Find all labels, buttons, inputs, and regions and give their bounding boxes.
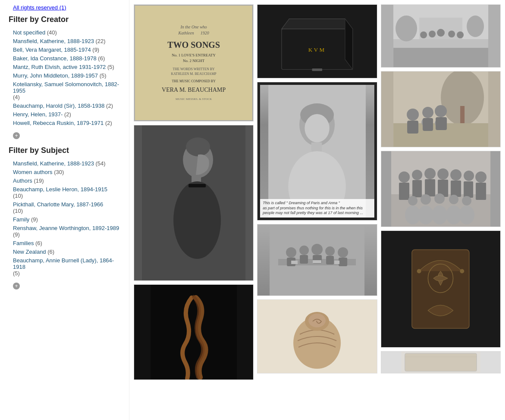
svg-point-21 xyxy=(286,247,296,258)
subject-item-5[interactable]: Renshaw, Jeanne Worthington, 1892-1989 (… xyxy=(9,225,120,238)
image-item-ornament[interactable] xyxy=(381,230,501,348)
subject-item-6[interactable]: Families (6) xyxy=(9,240,120,246)
image-item-group-outdoor-2[interactable] xyxy=(381,71,501,147)
creator-item-7[interactable]: Beauchamp, Harold (Sir), 1858-1938 (2) xyxy=(9,103,120,109)
all-rights-count: (1) xyxy=(60,4,66,11)
subject-count-8: (5) xyxy=(13,270,20,277)
svg-point-65 xyxy=(424,168,436,179)
svg-point-86 xyxy=(459,205,474,224)
svg-rect-75 xyxy=(464,181,473,198)
creator-count-3: (6) xyxy=(98,55,105,62)
image-grid: In the One whoKathleen 1920 TWO SONGS No… xyxy=(132,2,503,382)
svg-marker-9 xyxy=(282,19,353,29)
svg-rect-31 xyxy=(291,261,298,264)
creator-link-9[interactable]: Howell, Rebecca Ruskin, 1879-1971 xyxy=(13,120,104,126)
subject-item-2[interactable]: Authors (19) xyxy=(9,177,120,184)
svg-point-81 xyxy=(462,196,471,205)
subject-item-1[interactable]: Women authors (30) xyxy=(9,169,120,175)
creator-item-9[interactable]: Howell, Rebecca Ruskin, 1879-1971 (2) xyxy=(9,120,120,126)
creator-count-8: (2) xyxy=(64,111,71,118)
svg-rect-43 xyxy=(393,48,488,67)
svg-point-48 xyxy=(457,31,464,38)
subject-count-3: (10) xyxy=(13,193,23,199)
creator-link-4[interactable]: Mantz, Ruth Elvish, active 1931-1972 xyxy=(13,64,106,70)
creator-item-2[interactable]: Bell, Vera Margaret, 1885-1974 (9) xyxy=(9,47,120,53)
svg-point-22 xyxy=(299,246,309,255)
creator-show-more[interactable]: + xyxy=(13,132,20,139)
creator-link-7[interactable]: Beauchamp, Harold (Sir), 1858-1938 xyxy=(13,103,104,109)
subject-filter-list: Mansfield, Katherine, 1888-1923 (54) Wom… xyxy=(9,160,120,277)
creator-count-6: (4) xyxy=(13,94,20,100)
subject-item-3[interactable]: Beauchamp, Leslie Heron, 1894-1915 (10) xyxy=(9,186,120,199)
image-item-hair-brown[interactable] xyxy=(257,299,377,373)
subject-count-4: (10) xyxy=(13,208,23,214)
subject-link-2[interactable]: Authors xyxy=(13,177,32,184)
creator-link-8[interactable]: Henry, Helen, 1937- xyxy=(13,111,63,118)
subject-link-family[interactable]: Family xyxy=(13,216,29,223)
svg-point-66 xyxy=(437,168,449,180)
svg-point-25 xyxy=(338,247,348,258)
image-item-group-outdoor-1[interactable] xyxy=(381,4,501,68)
all-rights-filter[interactable]: All rights reserved (1) xyxy=(9,4,120,11)
image-item-meeting[interactable] xyxy=(257,224,377,296)
image-item-portrait-side[interactable] xyxy=(134,125,254,281)
subject-link-1[interactable]: Women authors xyxy=(13,169,53,175)
subject-show-more[interactable]: + xyxy=(13,283,20,289)
creator-count-7: (2) xyxy=(106,103,113,109)
svg-point-23 xyxy=(311,244,323,255)
svg-rect-71 xyxy=(412,180,422,197)
creator-link-3[interactable]: Baker, Ida Constance, 1888-1978 xyxy=(13,55,97,62)
svg-point-5 xyxy=(173,181,221,259)
svg-point-89 xyxy=(417,269,421,273)
creator-item-0[interactable]: Not specified (40) xyxy=(9,29,120,36)
subject-link-8[interactable]: Beauchamp, Annie Burnell (Lady), 1864-19… xyxy=(13,257,114,270)
subject-item-4[interactable]: Pickthall, Charlotte Mary, 1887-1966 (10… xyxy=(9,201,120,214)
creator-count-5: (5) xyxy=(100,72,107,79)
creator-count-1: (22) xyxy=(96,38,106,44)
subject-link-7[interactable]: New Zealand xyxy=(13,249,46,255)
subject-item-0[interactable]: Mansfield, Katherine, 1888-1923 (54) xyxy=(9,160,120,167)
image-item-group-formal[interactable] xyxy=(381,151,501,227)
creator-item-5[interactable]: Murry, John Middleton, 1889-1957 (5) xyxy=(9,72,120,79)
creator-item-6[interactable]: Koteliansky, Samuel Solomonovitch, 1882-… xyxy=(9,81,120,100)
creator-item-1[interactable]: Mansfield, Katherine, 1888-1923 (22) xyxy=(9,38,120,44)
subject-link-5[interactable]: Renshaw, Jeanne Worthington, 1892-1989 xyxy=(13,225,119,231)
subject-link-6[interactable]: Families xyxy=(13,240,34,246)
subject-count-6: (6) xyxy=(35,240,42,246)
creator-filter-list: Not specified (40) Mansfield, Katherine,… xyxy=(9,29,120,126)
all-rights-link[interactable]: All rights reserved (1) xyxy=(13,4,66,11)
creator-link-1[interactable]: Mansfield, Katherine, 1888-1923 xyxy=(13,38,94,44)
creator-link-5[interactable]: Murry, John Middleton, 1889-1957 xyxy=(13,72,98,79)
svg-rect-33 xyxy=(334,261,339,264)
creator-link-0[interactable]: Not specified xyxy=(13,29,45,36)
image-item-artifact[interactable] xyxy=(381,351,501,373)
main-content: In the One whoKathleen 1920 TWO SONGS No… xyxy=(129,0,505,420)
subject-link-3[interactable]: Beauchamp, Leslie Heron, 1894-1915 xyxy=(13,186,107,193)
creator-item-3[interactable]: Baker, Ida Constance, 1888-1978 (6) xyxy=(9,55,120,62)
image-item-portrait-bw[interactable]: This is called " Dreaming of Paris and A… xyxy=(257,82,377,221)
svg-rect-58 xyxy=(407,121,418,134)
svg-point-46 xyxy=(437,29,445,37)
svg-rect-70 xyxy=(399,183,409,200)
image-item-black-box[interactable]: KVM xyxy=(257,4,377,78)
subject-link-0[interactable]: Mansfield, Katherine, 1888-1923 xyxy=(13,160,94,167)
subject-item-8[interactable]: Beauchamp, Annie Burnell (Lady), 1864-19… xyxy=(9,257,120,277)
image-item-hair-dark[interactable] xyxy=(134,284,254,380)
creator-link-6[interactable]: Koteliansky, Samuel Solomonovitch, 1882-… xyxy=(13,81,119,94)
creator-link-2[interactable]: Bell, Vera Margaret, 1885-1974 xyxy=(13,47,91,53)
creator-item-8[interactable]: Henry, Helen, 1937- (2) xyxy=(9,111,120,118)
svg-point-77 xyxy=(408,196,417,205)
subject-item-family[interactable]: Family (9) xyxy=(9,216,120,223)
grid-col-1: In the One whoKathleen 1920 TWO SONGS No… xyxy=(134,4,254,380)
svg-point-69 xyxy=(475,171,486,183)
svg-point-45 xyxy=(429,31,436,37)
image-item-book[interactable]: In the One whoKathleen 1920 TWO SONGS No… xyxy=(134,4,254,121)
subject-link-4[interactable]: Pickthall, Charlotte Mary, 1887-1966 xyxy=(13,201,103,208)
filter-subject-title: Filter by Subject xyxy=(9,146,120,155)
svg-rect-92 xyxy=(405,353,477,371)
subject-item-7[interactable]: New Zealand (6) xyxy=(9,249,120,255)
svg-point-90 xyxy=(460,269,464,273)
svg-point-41 xyxy=(467,16,484,37)
svg-point-44 xyxy=(420,31,427,38)
creator-item-4[interactable]: Mantz, Ruth Elvish, active 1931-1972 (5) xyxy=(9,64,120,70)
